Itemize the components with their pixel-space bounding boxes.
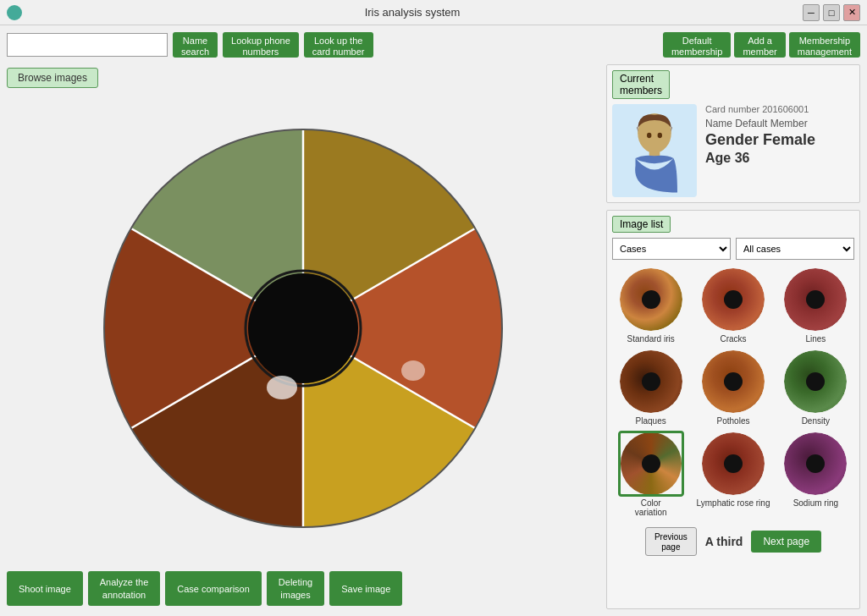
thumb-image-6 [618,431,684,497]
member-details: Card number 201606001 Name Default Membe… [705,104,854,166]
thumb-image-8 [782,431,848,497]
deleting-images-button[interactable]: Deleting images [267,571,324,606]
thumbnail-item[interactable]: Density [777,349,854,426]
member-name: Name Default Member [705,118,854,129]
bottom-bar: Shoot image Analyze the annotation Case … [7,568,599,609]
save-image-button[interactable]: Save image [329,571,402,606]
thumb-image-7 [700,431,766,497]
shoot-image-button[interactable]: Shoot image [7,571,83,606]
image-list-section: Image list Cases All cases Standard iris… [606,210,860,609]
minimize-button[interactable]: ─ [803,4,820,21]
title-bar: Iris analysis system ─ □ ✕ [0,0,867,25]
add-member-button[interactable]: Add a member [734,32,785,58]
thumbnail-item[interactable]: Lymphatic rose ring [694,431,771,517]
iris-thumbnail-7 [702,432,765,495]
member-info: Card number 201606001 Name Default Membe… [612,104,854,197]
thumb-label-4: Potholes [717,416,750,426]
left-panel: Name search Lookup phone numbers Look up… [7,32,599,609]
thumb-label-6: Color variation [635,498,667,517]
name-search-button[interactable]: Name search [173,32,218,58]
current-members-title: Current members [612,70,670,99]
avatar [612,104,697,197]
iris-thumbnail-5 [784,350,847,413]
top-bar: Name search Lookup phone numbers Look up… [7,32,599,58]
iris-container [100,125,506,531]
case-comparison-button[interactable]: Case comparison [165,571,262,606]
thumbnail-item[interactable]: Cracks [694,267,771,344]
member-gender: Gender Female [705,131,854,149]
restore-button[interactable]: □ [823,4,840,21]
iris-thumbnail-8 [784,432,847,495]
thumb-label-1: Cracks [720,334,746,344]
thumb-label-8: Sodium ring [793,498,838,508]
thumbnail-item[interactable]: Color variation [612,431,689,517]
membership-management-button[interactable]: Membership management [789,32,860,58]
avatar-svg [616,108,693,193]
cases-filter[interactable]: Cases [612,238,731,260]
thumbnail-item[interactable]: Plaques [612,349,689,426]
card-number: Card number 201606001 [705,104,854,114]
window-title: Iris analysis system [22,6,803,19]
thumb-label-7: Lymphatic rose ring [697,498,770,508]
thumbnails-grid: Standard irisCracksLinesPlaquesPotholesD… [612,267,854,517]
svg-point-11 [401,360,425,381]
lookup-phone-button[interactable]: Lookup phone numbers [223,32,299,58]
app-icon [7,5,22,20]
search-input[interactable] [7,33,168,57]
lookup-card-button[interactable]: Look up the card number [304,32,373,58]
all-cases-filter[interactable]: All cases [736,238,854,260]
previous-page-button[interactable]: Previous page [645,527,697,556]
pagination: Previous page A third Next page [612,524,854,559]
iris-thumbnail-3 [620,350,682,413]
iris-svg [100,125,506,531]
window-controls: ─ □ ✕ [803,4,860,21]
thumb-image-0 [618,267,684,333]
right-panel: Default membership Add a member Membersh… [606,32,860,609]
iris-thumbnail-0 [620,268,682,331]
thumb-image-1 [700,267,766,333]
iris-display-area [7,95,599,561]
thumbnail-item[interactable]: Standard iris [612,267,689,344]
thumb-label-0: Standard iris [627,334,675,344]
member-age: Age 36 [705,151,854,166]
thumb-label-3: Plaques [636,416,666,426]
default-membership-button[interactable]: Default membership [663,32,732,58]
filter-row: Cases All cases [612,238,854,260]
thumbnail-item[interactable]: Lines [777,267,854,344]
iris-thumbnail-1 [702,268,765,331]
thumb-image-2 [782,267,848,333]
thumb-image-5 [782,349,848,415]
thumbnail-item[interactable]: Potholes [694,349,771,426]
browse-images-button[interactable]: Browse images [7,68,98,88]
svg-point-10 [267,376,297,399]
image-list-title: Image list [612,216,671,233]
svg-point-15 [647,133,651,138]
svg-point-8 [248,273,358,383]
main-content: Name search Lookup phone numbers Look up… [0,25,867,616]
thumb-label-5: Density [802,416,830,426]
analyze-annotation-button[interactable]: Analyze the annotation [88,571,160,606]
svg-point-16 [658,133,662,138]
thumb-image-3 [618,349,684,415]
right-top-buttons: Default membership Add a member Membersh… [606,32,860,58]
next-page-button[interactable]: Next page [751,531,821,553]
iris-thumbnail-6 [621,432,682,495]
member-section: Current members [606,64,860,203]
thumbnail-item[interactable]: Sodium ring [777,431,854,517]
thumb-label-2: Lines [805,334,826,344]
thumb-image-4 [700,349,766,415]
close-button[interactable]: ✕ [843,4,860,21]
page-indicator: A third [705,535,743,548]
iris-thumbnail-4 [702,350,765,413]
iris-thumbnail-2 [784,268,847,331]
